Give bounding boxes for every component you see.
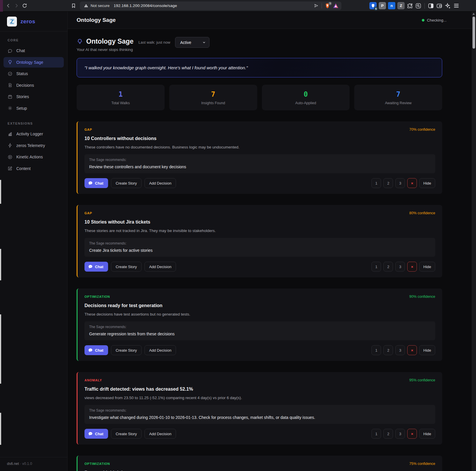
sidebar-item-kinetic-actions[interactable]: Kinetic Actions: [3, 152, 64, 162]
add-decision-button[interactable]: Add Decision: [144, 429, 176, 439]
brave-shield-button[interactable]: 3: [325, 3, 330, 9]
insight-type-badge: ANOMALY: [84, 378, 102, 382]
dismiss-button[interactable]: ×: [407, 262, 417, 272]
bookmark-icon: [71, 3, 76, 8]
hide-button[interactable]: Hide: [419, 262, 435, 272]
brave-rewards-icon[interactable]: [333, 3, 339, 8]
page-scrollbar[interactable]: [472, 12, 476, 471]
rate-3-button[interactable]: 3: [395, 178, 405, 188]
scrollbar-thumb[interactable]: [473, 17, 475, 49]
wallet-icon[interactable]: [436, 3, 442, 9]
rate-1-button[interactable]: 1: [371, 429, 381, 439]
send-icon[interactable]: [314, 3, 319, 8]
window-edge-sliver: [0, 413, 1, 445]
stat-insights-found: 7 Insights Found: [169, 85, 257, 110]
menu-icon[interactable]: [453, 2, 460, 9]
rate-2-button[interactable]: 2: [383, 429, 393, 439]
reload-icon: [22, 3, 27, 8]
stat-total-walks: 1 Total Walks: [77, 85, 165, 110]
insight-type-badge: OPTIMIZATION: [84, 295, 110, 298]
security-label: Not secure: [91, 3, 110, 8]
url-text: 192.168.1.200:20084/console/sage: [114, 3, 177, 8]
chat-bubble-icon: [88, 431, 93, 436]
recommendation-text: Review these controllers and document ke…: [89, 164, 431, 169]
create-story-button[interactable]: Create Story: [111, 178, 142, 188]
stat-value: 1: [119, 90, 123, 98]
stat-value: 7: [211, 90, 215, 98]
bookmark-button[interactable]: [69, 2, 77, 10]
extension-z-icon[interactable]: Z: [397, 2, 405, 9]
rate-1-button[interactable]: 1: [371, 345, 381, 355]
rate-2-button[interactable]: 2: [383, 262, 393, 272]
create-story-button[interactable]: Create Story: [111, 429, 142, 439]
browser-forward-button[interactable]: [12, 2, 20, 10]
document-icon: [8, 83, 13, 88]
extension-p-icon[interactable]: P: [379, 2, 386, 9]
insight-type-badge: GAP: [84, 211, 92, 215]
sidebar-item-label: Chat: [16, 48, 25, 53]
sage-quote-banner: "I walked your knowledge graph overnight…: [77, 58, 442, 77]
rate-1-button[interactable]: 1: [371, 178, 381, 188]
add-decision-button[interactable]: Add Decision: [144, 345, 176, 355]
status-select[interactable]: Active: [175, 37, 209, 48]
insight-card: OPTIMIZATION 75% confidence Pages with h…: [77, 456, 442, 471]
rate-2-button[interactable]: 2: [383, 345, 393, 355]
chat-button[interactable]: Chat: [84, 178, 108, 188]
rate-2-button[interactable]: 2: [383, 178, 393, 188]
status-select-value: Active: [180, 40, 191, 45]
recommendation-box: The Sage recommends: Review these contro…: [84, 154, 435, 173]
stat-label: Auto-Applied: [295, 101, 316, 105]
sidebar-item-decisions[interactable]: Decisions: [3, 80, 64, 91]
hide-button[interactable]: Hide: [419, 178, 435, 188]
recommendation-text: Investigate what changed during 2026-01-…: [89, 415, 431, 420]
browser-reload-button[interactable]: [20, 2, 29, 10]
rate-3-button[interactable]: 3: [395, 345, 405, 355]
brand[interactable]: Z zeros: [0, 12, 67, 31]
chat-button-label: Chat: [95, 348, 103, 353]
status-indicator: Checking...: [422, 18, 447, 22]
insight-description: These controllers have no documented dec…: [84, 145, 435, 149]
search-tabs-icon[interactable]: [415, 3, 422, 9]
rate-1-button[interactable]: 1: [371, 262, 381, 272]
scroll-up-arrow-icon[interactable]: [473, 13, 475, 15]
chat-button[interactable]: Chat: [84, 429, 108, 439]
footer-version: v0.1.0: [22, 462, 32, 466]
chat-button[interactable]: Chat: [84, 262, 108, 272]
sidebar-item-zeros-telemetry[interactable]: zeros Telemetry: [3, 140, 64, 151]
extension-shield-icon[interactable]: 5: [369, 2, 377, 9]
sidebar-panel-icon[interactable]: [428, 3, 434, 9]
create-story-button[interactable]: Create Story: [111, 262, 142, 272]
leo-ai-button[interactable]: [445, 3, 451, 9]
url-bar[interactable]: Not secure 192.168.1.200:20084/console/s…: [80, 1, 341, 10]
add-decision-button[interactable]: Add Decision: [144, 178, 176, 188]
rate-3-button[interactable]: 3: [395, 262, 405, 272]
dismiss-button[interactable]: ×: [407, 429, 417, 439]
sidebar-item-label: Stories: [16, 94, 29, 99]
chat-button[interactable]: Chat: [84, 345, 108, 355]
sidebar-item-setup[interactable]: Setup: [3, 103, 64, 114]
insight-card: ANOMALY 95% confidence Traffic drift det…: [77, 372, 442, 445]
dismiss-button[interactable]: ×: [407, 345, 417, 355]
hide-button[interactable]: Hide: [419, 345, 435, 355]
confidence-label: 95% confidence: [409, 378, 435, 382]
browser-back-button[interactable]: [4, 2, 12, 10]
insight-card: OPTIMIZATION 90% confidence Decisions re…: [77, 288, 442, 361]
add-decision-button[interactable]: Add Decision: [144, 262, 176, 272]
extensions-puzzle-icon[interactable]: [407, 3, 413, 9]
dismiss-button[interactable]: ×: [407, 178, 417, 188]
rate-3-button[interactable]: 3: [395, 429, 405, 439]
chat-bubble-icon: [88, 348, 93, 353]
extension-n-icon[interactable]: n: [388, 2, 395, 9]
create-story-button[interactable]: Create Story: [111, 345, 142, 355]
sidebar-item-activity-logger[interactable]: Activity Logger: [3, 129, 64, 139]
chat-button-label: Chat: [95, 181, 103, 185]
chevron-left-icon: [6, 3, 11, 8]
sidebar-item-status[interactable]: Status: [3, 68, 64, 79]
sidebar-item-stories[interactable]: Stories: [3, 91, 64, 102]
sidebar-item-content[interactable]: Content: [3, 163, 64, 174]
sidebar-item-ontology-sage[interactable]: Ontology Sage: [3, 57, 64, 68]
sidebar-item-chat[interactable]: Chat: [3, 45, 64, 56]
stat-value: 7: [396, 90, 400, 98]
hide-button[interactable]: Hide: [419, 429, 435, 439]
confidence-label: 70% confidence: [409, 128, 435, 132]
